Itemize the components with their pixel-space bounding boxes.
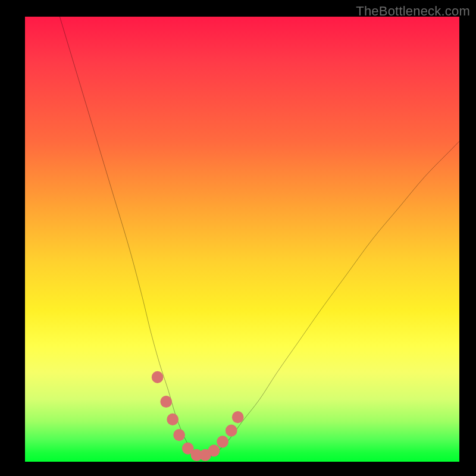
bottleneck-curve	[60, 17, 459, 458]
marker-dot	[152, 371, 164, 383]
bottleneck-curve-svg	[25, 17, 459, 462]
watermark-text: TheBottleneck.com	[356, 4, 470, 19]
marker-dot	[167, 414, 178, 425]
marker-dot	[226, 425, 237, 437]
marker-dot	[217, 436, 228, 447]
marker-dot	[208, 444, 220, 456]
plot-area	[25, 17, 459, 462]
marker-dot	[232, 411, 244, 423]
highlight-markers	[152, 371, 244, 461]
curve-layer	[60, 17, 459, 458]
chart-stage: TheBottleneck.com	[0, 0, 476, 476]
marker-dot	[160, 396, 172, 408]
marker-dot	[173, 429, 185, 441]
